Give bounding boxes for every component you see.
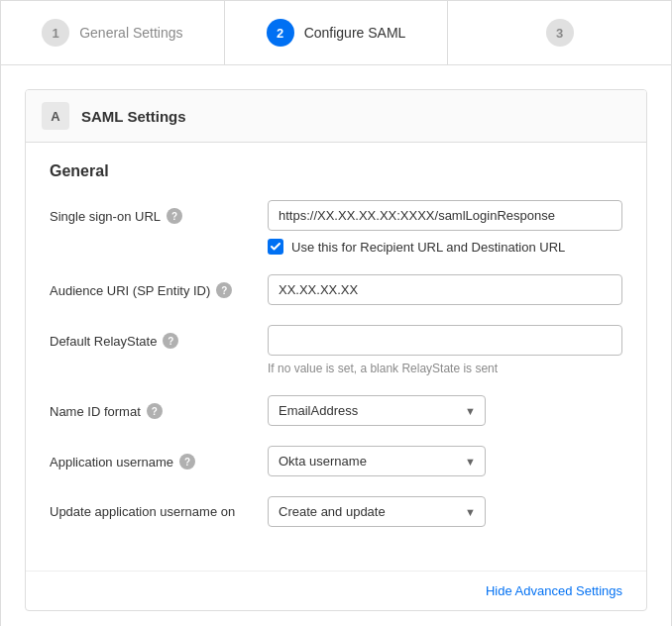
help-icon-relay[interactable]: ? xyxy=(163,333,178,349)
relay-state-input[interactable] xyxy=(268,325,622,356)
help-icon-nameid[interactable]: ? xyxy=(147,403,163,419)
app-username-select-wrapper: Okta username ▼ xyxy=(268,446,486,476)
stepper: 1 General Settings 2 Configure SAML 3 xyxy=(1,1,671,65)
form-control-col-audience xyxy=(268,274,622,305)
name-id-select[interactable]: EmailAddress xyxy=(268,395,486,426)
form-label-col-relay: Default RelayState ? xyxy=(50,325,268,349)
step-3-circle: 3 xyxy=(546,19,574,47)
form-label-col-sso: Single sign-on URL ? xyxy=(50,200,268,224)
form-label-col-audience: Audience URI (SP Entity ID) ? xyxy=(50,274,268,298)
relay-state-hint: If no value is set, a blank RelayState i… xyxy=(268,362,622,375)
app-username-select[interactable]: Okta username xyxy=(268,446,486,476)
group-label: General xyxy=(50,162,622,180)
name-id-select-wrapper: EmailAddress ▼ xyxy=(268,395,486,426)
form-control-col-appuser: Okta username ▼ xyxy=(268,446,622,476)
form-control-col-updateuser: Create and update ▼ xyxy=(268,496,622,527)
sso-checkbox[interactable] xyxy=(268,239,283,255)
form-label-col-updateuser: Update application username on xyxy=(50,496,268,519)
section-title: SAML Settings xyxy=(81,108,186,125)
label-sso-url: Single sign-on URL xyxy=(50,209,161,224)
audience-uri-input[interactable] xyxy=(268,274,622,305)
section-letter: A xyxy=(42,102,69,130)
form-row-update-username: Update application username on Create an… xyxy=(50,496,622,527)
form-row-audience-uri: Audience URI (SP Entity ID) ? xyxy=(50,274,622,305)
form-label-col-nameid: Name ID format ? xyxy=(50,395,268,419)
main-content: A SAML Settings General Single sign-on U… xyxy=(1,65,671,626)
form-row-app-username: Application username ? Okta username ▼ xyxy=(50,446,622,476)
form-row-name-id: Name ID format ? EmailAddress ▼ xyxy=(50,395,622,426)
step-3[interactable]: 3 xyxy=(448,1,671,64)
section-header: A SAML Settings xyxy=(26,90,646,143)
hide-advanced-settings-link[interactable]: Hide Advanced Settings xyxy=(486,583,622,598)
section-footer: Hide Advanced Settings xyxy=(26,571,646,610)
label-relay-state: Default RelayState xyxy=(50,334,157,349)
step-1-circle: 1 xyxy=(42,19,69,47)
label-update-username: Update application username on xyxy=(50,504,235,519)
step-1-label: General Settings xyxy=(79,25,182,41)
form-control-col-sso: Use this for Recipient URL and Destinati… xyxy=(268,200,622,255)
update-username-select[interactable]: Create and update xyxy=(268,496,486,527)
section-body: General Single sign-on URL ? xyxy=(26,143,646,567)
form-row-sso-url: Single sign-on URL ? xyxy=(50,200,622,255)
step-2-label: Configure SAML xyxy=(304,25,406,41)
label-name-id: Name ID format xyxy=(50,404,141,419)
label-app-username: Application username xyxy=(50,455,173,470)
checkbox-label-sso: Use this for Recipient URL and Destinati… xyxy=(291,240,565,255)
checkbox-row-sso: Use this for Recipient URL and Destinati… xyxy=(268,239,622,255)
page-wrapper: 1 General Settings 2 Configure SAML 3 A … xyxy=(0,0,672,626)
help-icon-audience[interactable]: ? xyxy=(216,282,232,298)
step-2-circle: 2 xyxy=(267,19,294,47)
step-general-settings[interactable]: 1 General Settings xyxy=(1,1,225,64)
form-control-col-nameid: EmailAddress ▼ xyxy=(268,395,622,426)
step-configure-saml[interactable]: 2 Configure SAML xyxy=(225,1,449,64)
form-row-relay-state: Default RelayState ? If no value is set,… xyxy=(50,325,622,375)
sso-url-input[interactable] xyxy=(268,200,622,231)
form-control-col-relay: If no value is set, a blank RelayState i… xyxy=(268,325,622,375)
help-icon-appuser[interactable]: ? xyxy=(179,454,195,470)
update-username-select-wrapper: Create and update ▼ xyxy=(268,496,486,527)
form-label-col-appuser: Application username ? xyxy=(50,446,268,470)
saml-settings-card: A SAML Settings General Single sign-on U… xyxy=(25,89,647,611)
label-audience-uri: Audience URI (SP Entity ID) xyxy=(50,283,210,298)
help-icon-sso[interactable]: ? xyxy=(167,208,182,224)
